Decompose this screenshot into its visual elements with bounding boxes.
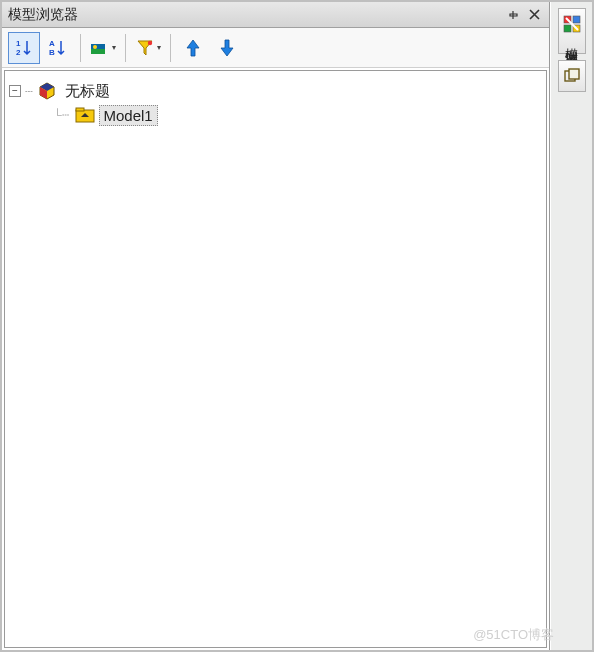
move-up-button[interactable] <box>177 32 209 64</box>
toolbar: 1 2 A B ▾ <box>2 28 549 68</box>
svg-rect-9 <box>76 108 84 111</box>
panel-title: 模型浏览器 <box>8 6 503 24</box>
tree-child-row[interactable]: └┄ Model1 <box>9 103 542 127</box>
svg-point-6 <box>93 45 97 49</box>
tree-view[interactable]: − ┄ 无标题 └┄ <box>4 70 547 648</box>
move-down-button[interactable] <box>211 32 243 64</box>
cube-icon <box>37 81 57 101</box>
sort-alpha-button[interactable]: A B <box>42 32 74 64</box>
tree-child-label[interactable]: Model1 <box>99 105 158 126</box>
panel-titlebar: 模型浏览器 <box>2 2 549 28</box>
dropdown-arrow-icon: ▾ <box>157 43 161 52</box>
svg-text:A: A <box>49 39 55 48</box>
model-browser-panel: 模型浏览器 1 2 A <box>2 2 550 650</box>
svg-text:B: B <box>49 48 55 57</box>
svg-rect-15 <box>569 69 579 79</box>
tree-root-label[interactable]: 无标题 <box>61 81 114 102</box>
palette-icon <box>563 15 581 33</box>
windows-icon <box>563 67 581 85</box>
side-tab-strip: 模型浏览器 <box>550 2 592 650</box>
svg-rect-12 <box>564 25 571 32</box>
toolbar-separator <box>80 34 81 62</box>
display-options-button[interactable]: ▾ <box>87 32 119 64</box>
folder-icon <box>75 107 95 123</box>
sort-numeric-button[interactable]: 1 2 <box>8 32 40 64</box>
dropdown-arrow-icon: ▾ <box>112 43 116 52</box>
side-tab-secondary[interactable] <box>558 60 586 92</box>
collapse-toggle[interactable]: − <box>9 85 21 97</box>
side-tab-model-browser[interactable]: 模型浏览器 <box>558 8 586 54</box>
close-button[interactable] <box>525 6 543 24</box>
svg-rect-5 <box>91 49 105 54</box>
svg-text:1: 1 <box>16 39 21 48</box>
svg-point-7 <box>148 40 152 44</box>
pin-button[interactable] <box>505 6 523 24</box>
toolbar-separator <box>125 34 126 62</box>
toolbar-separator <box>170 34 171 62</box>
side-tab-label: 模型浏览器 <box>563 37 581 47</box>
tree-root-row[interactable]: − ┄ 无标题 <box>9 79 542 103</box>
svg-text:2: 2 <box>16 48 21 57</box>
svg-rect-11 <box>573 16 580 23</box>
filter-button[interactable]: ▾ <box>132 32 164 64</box>
tree-connector: └┄ <box>53 108 69 122</box>
